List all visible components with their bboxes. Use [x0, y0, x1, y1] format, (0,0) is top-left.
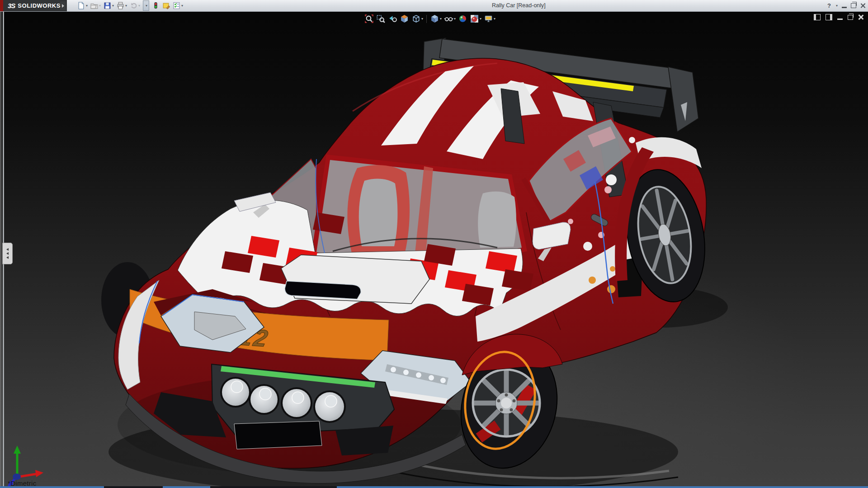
headsup-view-toolbar: ▾ ▾ ▾ — [364, 14, 496, 24]
edit-note-icon — [162, 2, 170, 9]
document-restore-icon[interactable] — [848, 15, 853, 20]
view-orientation-button[interactable]: ▾ — [411, 14, 424, 24]
chevron-down-icon: ▾ — [138, 4, 140, 8]
car-model-render[interactable]: 2012 — [0, 0, 868, 488]
pane-left-icon[interactable] — [814, 14, 821, 20]
zoom-to-area-button[interactable] — [376, 14, 386, 24]
chevron-down-icon: ▾ — [494, 17, 495, 21]
edit-color-button[interactable] — [161, 1, 171, 11]
chevron-down-icon: ▾ — [125, 4, 127, 8]
chevron-left-icon — [6, 252, 9, 255]
window-controls: ? ▾ — [827, 0, 865, 11]
logo-mark: 3S — [8, 2, 15, 9]
chevron-down-icon[interactable]: ▾ — [836, 4, 838, 8]
display-style-button[interactable]: ▾ — [429, 14, 442, 24]
chevron-down-icon: ▾ — [99, 4, 101, 8]
chevron-down-icon: ▾ — [86, 4, 88, 8]
chevron-down-icon: ▾ — [181, 4, 183, 8]
print-icon — [117, 2, 124, 9]
display-style-icon — [430, 14, 439, 23]
edit-appearance-icon — [458, 14, 467, 23]
save-icon — [104, 2, 111, 9]
app-logo: 3S SOLIDWORKS — [3, 0, 67, 11]
select-tool-button[interactable]: ▾ — [143, 0, 149, 11]
section-view-icon — [400, 14, 409, 23]
apply-scene-icon — [470, 14, 479, 23]
open-folder-icon — [90, 2, 98, 9]
apply-scene-button[interactable]: ▾ — [469, 14, 482, 24]
traffic-light-icon — [152, 2, 160, 9]
window-edge-accent — [0, 0, 3, 11]
zoom-to-fit-button[interactable] — [364, 14, 374, 24]
chevron-left-icon — [6, 248, 9, 251]
feature-tree-flyout-tab[interactable] — [2, 243, 13, 264]
document-window-controls — [814, 14, 863, 20]
section-view-button[interactable] — [399, 14, 410, 24]
menu-expand-button[interactable] — [60, 1, 66, 10]
previous-view-button[interactable] — [387, 14, 398, 24]
restore-icon[interactable] — [851, 3, 856, 8]
view-settings-icon — [484, 14, 493, 23]
chevron-left-icon — [6, 256, 9, 259]
view-orientation-icon — [411, 14, 421, 23]
undo-icon — [130, 2, 137, 9]
view-settings-button[interactable]: ▾ — [483, 14, 496, 24]
chevron-down-icon: ▾ — [480, 17, 481, 21]
main-toolbar: ▾ ▾ ▾ ▾ ▾ ▾ — [76, 0, 184, 11]
toolbar-separator — [426, 15, 427, 23]
hide-show-items-icon — [444, 14, 453, 23]
save-button[interactable]: ▾ — [103, 1, 115, 11]
previous-view-icon — [388, 14, 397, 23]
solidworks-window: 2012 — [0, 0, 868, 488]
chevron-down-icon: ▾ — [421, 17, 423, 21]
print-button[interactable]: ▾ — [116, 1, 128, 11]
taskbar-edge — [0, 486, 868, 488]
options-button[interactable]: ▾ — [172, 1, 184, 11]
chevron-down-icon: ▾ — [146, 4, 147, 8]
document-minimize-icon[interactable] — [837, 19, 843, 20]
options-list-icon — [173, 2, 180, 9]
edit-appearance-button[interactable] — [458, 14, 468, 24]
zoom-to-area-icon — [376, 14, 386, 23]
chevron-down-icon: ▾ — [440, 17, 442, 21]
graphics-viewport[interactable]: 2012 — [0, 11, 868, 488]
panel-edge-line — [0, 11, 1, 488]
zoom-to-fit-icon — [364, 14, 374, 23]
chevron-down-icon: ▾ — [112, 4, 114, 8]
close-icon[interactable] — [860, 3, 865, 8]
pane-right-icon[interactable] — [826, 14, 832, 20]
front-plate — [234, 421, 322, 449]
hood-scoop — [281, 255, 429, 304]
window-title: Rally Car [Read-only] — [492, 2, 546, 9]
help-button[interactable]: ? — [827, 2, 831, 9]
chevron-down-icon: ▾ — [454, 17, 456, 21]
hide-show-items-button[interactable]: ▾ — [443, 14, 456, 24]
title-bar: 3S SOLIDWORKS ▾ ▾ ▾ ▾ — [0, 0, 868, 12]
new-document-icon — [77, 2, 85, 9]
rebuild-button[interactable] — [151, 1, 160, 11]
taskbar-edge-segment — [104, 486, 163, 488]
taskbar-edge-segment — [210, 486, 337, 488]
new-document-button[interactable]: ▾ — [76, 1, 89, 11]
undo-button[interactable]: ▾ — [129, 1, 141, 11]
document-close-icon[interactable] — [858, 14, 863, 20]
open-document-button[interactable]: ▾ — [90, 1, 102, 11]
chevron-right-icon — [62, 4, 64, 8]
logo-text: SOLIDWORKS — [18, 2, 61, 9]
minimize-icon[interactable] — [842, 7, 847, 8]
